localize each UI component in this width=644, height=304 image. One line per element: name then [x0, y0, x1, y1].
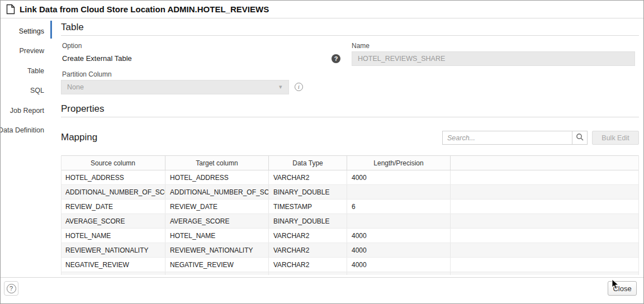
- spacer-cell: [451, 185, 639, 199]
- help-button[interactable]: ?: [4, 281, 18, 296]
- datatype-cell[interactable]: BINARY_DOUBLE: [269, 185, 347, 199]
- target-cell[interactable]: HOTEL_NAME: [165, 229, 269, 243]
- partition-column-value: None: [67, 83, 84, 91]
- option-label: Option: [62, 42, 82, 50]
- sidebar-item-preview[interactable]: Preview: [0, 45, 44, 56]
- table-row[interactable]: HOTEL_ADDRESS HOTEL_ADDRESS VARCHAR2 400…: [61, 170, 639, 185]
- table-row[interactable]: HOTEL_NAME HOTEL_NAME VARCHAR2 4000: [61, 229, 639, 243]
- target-cell[interactable]: AVERAGE_SCORE: [165, 214, 269, 228]
- close-button[interactable]: Close: [608, 281, 637, 296]
- source-cell[interactable]: REVIEW_TOTAL_NEGATIVE_WOR: [61, 272, 165, 275]
- length-cell[interactable]: [347, 214, 451, 228]
- source-cell[interactable]: ADDITIONAL_NUMBER_OF_SCOR: [61, 185, 165, 199]
- length-cell[interactable]: 6: [347, 200, 451, 213]
- datatype-cell[interactable]: VARCHAR2: [269, 170, 347, 184]
- table-section-heading: Table: [61, 22, 84, 33]
- column-header-target[interactable]: Target column: [165, 156, 269, 170]
- spacer-cell: [451, 243, 639, 257]
- length-cell[interactable]: 4000: [347, 229, 451, 243]
- table-row[interactable]: NEGATIVE_REVIEW NEGATIVE_REVIEW VARCHAR2…: [61, 258, 639, 272]
- datatype-cell[interactable]: BINARY_DOUBLE: [269, 214, 347, 228]
- table-row[interactable]: AVERAGE_SCORE AVERAGE_SCORE BINARY_DOUBL…: [61, 214, 639, 229]
- footer-bar: ? Close: [1, 277, 643, 303]
- spacer-cell: [451, 170, 639, 184]
- spacer-cell: [451, 200, 639, 213]
- target-cell[interactable]: NEGATIVE_REVIEW: [165, 258, 269, 272]
- bulk-edit-button[interactable]: Bulk Edit: [592, 131, 639, 145]
- spacer-cell: [451, 258, 639, 272]
- table-row[interactable]: REVIEW_TOTAL_NEGATIVE_WOR REVIEW_TOTAL_N…: [61, 272, 639, 275]
- chevron-down-icon: ▾: [279, 83, 282, 91]
- length-cell[interactable]: 4000: [347, 243, 451, 257]
- option-value: Create External Table: [62, 54, 132, 63]
- length-cell[interactable]: 4000: [347, 170, 451, 184]
- info-icon[interactable]: i: [295, 83, 303, 91]
- properties-section-heading: Properties: [61, 103, 104, 115]
- spacer-cell: [451, 272, 639, 275]
- datatype-cell[interactable]: VARCHAR2: [269, 258, 347, 272]
- title-bar: Link Data from Cloud Store Location ADMI…: [1, 1, 643, 18]
- help-circle-icon: ?: [7, 284, 16, 293]
- sidebar-item-settings[interactable]: Settings: [0, 26, 44, 37]
- target-cell[interactable]: HOTEL_ADDRESS: [165, 170, 269, 184]
- source-cell[interactable]: HOTEL_ADDRESS: [61, 170, 165, 184]
- sidebar-item-job-report[interactable]: Job Report: [0, 105, 44, 116]
- name-input[interactable]: [352, 51, 635, 66]
- sidebar-item-table[interactable]: Table: [0, 65, 44, 77]
- document-icon: [6, 4, 15, 15]
- target-cell[interactable]: REVIEWER_NATIONALITY: [165, 243, 269, 257]
- column-header-length[interactable]: Length/Precision: [347, 156, 451, 170]
- datatype-cell[interactable]: [269, 272, 347, 275]
- table-row[interactable]: REVIEWER_NATIONALITY REVIEWER_NATIONALIT…: [61, 243, 639, 258]
- search-button[interactable]: [572, 131, 588, 145]
- mapping-table: Source column Target column Data Type Le…: [61, 155, 639, 275]
- spacer-cell: [451, 214, 639, 228]
- length-cell[interactable]: [347, 185, 451, 199]
- source-cell[interactable]: HOTEL_NAME: [61, 229, 165, 243]
- name-label: Name: [352, 42, 370, 50]
- spacer-cell: [451, 229, 639, 243]
- datatype-cell[interactable]: VARCHAR2: [269, 243, 347, 257]
- column-header-spacer: [451, 156, 639, 170]
- mapping-section-heading: Mapping: [61, 132, 97, 143]
- table-row[interactable]: REVIEW_DATE REVIEW_DATE TIMESTAMP 6: [61, 200, 639, 214]
- divider: [61, 35, 639, 36]
- column-header-datatype[interactable]: Data Type: [269, 156, 347, 170]
- table-row[interactable]: ADDITIONAL_NUMBER_OF_SCOR ADDITIONAL_NUM…: [61, 185, 639, 200]
- mapping-table-header: Source column Target column Data Type Le…: [61, 156, 639, 170]
- sidebar-item-data-definition[interactable]: Data Definition: [0, 125, 44, 136]
- source-cell[interactable]: AVERAGE_SCORE: [61, 214, 165, 228]
- partition-column-select[interactable]: None: [61, 80, 289, 94]
- partition-column-label: Partition Column: [62, 70, 112, 78]
- source-cell[interactable]: REVIEW_DATE: [61, 200, 165, 213]
- datatype-cell[interactable]: TIMESTAMP: [269, 200, 347, 213]
- divider: [61, 117, 639, 117]
- link-data-dialog: Link Data from Cloud Store Location ADMI…: [0, 0, 644, 304]
- source-cell[interactable]: REVIEWER_NATIONALITY: [61, 243, 165, 257]
- search-icon: [576, 133, 584, 143]
- length-cell[interactable]: [347, 272, 451, 275]
- target-cell[interactable]: REVIEW_DATE: [165, 200, 269, 213]
- sidebar-item-sql[interactable]: SQL: [0, 85, 44, 96]
- column-header-source[interactable]: Source column: [61, 156, 165, 170]
- target-cell[interactable]: REVIEW_TOTAL_NEGATIVE_WOR: [165, 272, 269, 275]
- help-icon[interactable]: ?: [332, 54, 340, 63]
- settings-panel: Table Option Create External Table ? Nam…: [61, 18, 639, 278]
- length-cell[interactable]: 4000: [347, 258, 451, 272]
- target-cell[interactable]: ADDITIONAL_NUMBER_OF_SCOI: [165, 185, 269, 199]
- sidebar-active-indicator: [50, 21, 52, 39]
- datatype-cell[interactable]: VARCHAR2: [269, 229, 347, 243]
- dialog-title: Link Data from Cloud Store Location ADMI…: [20, 4, 269, 14]
- search-input[interactable]: [442, 131, 572, 145]
- sidebar: Settings Preview Table SQL Job Report Da…: [1, 18, 52, 278]
- source-cell[interactable]: NEGATIVE_REVIEW: [61, 258, 165, 272]
